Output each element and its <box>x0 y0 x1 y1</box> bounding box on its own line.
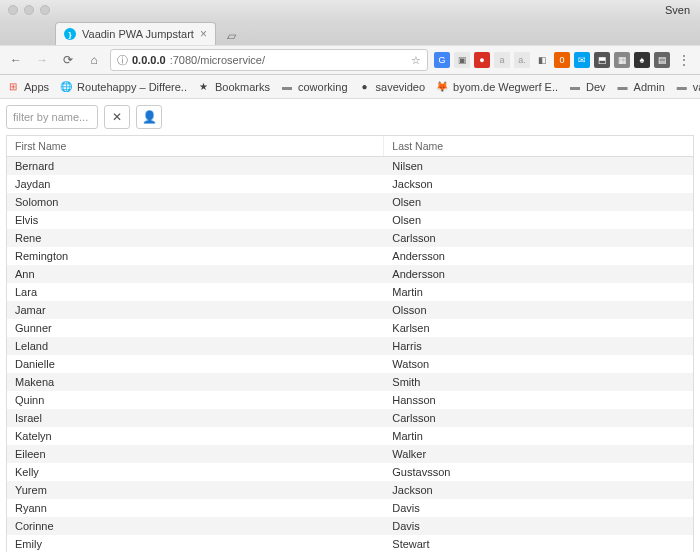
extension-icon[interactable]: G <box>434 52 450 68</box>
close-icon[interactable]: × <box>200 27 207 41</box>
cell-lastname: Stewart <box>384 535 693 552</box>
grid-body: BernardNilsenJaydanJacksonSolomonOlsenEl… <box>7 157 693 552</box>
table-row[interactable]: KatelynMartin <box>7 427 693 445</box>
bookmark-folder[interactable]: ▬vaadin <box>675 80 700 94</box>
filter-input[interactable] <box>6 105 98 129</box>
clear-filter-button[interactable]: ✕ <box>104 105 130 129</box>
extension-icon[interactable]: 0 <box>554 52 570 68</box>
table-row[interactable]: AnnAndersson <box>7 265 693 283</box>
table-row[interactable]: IsraelCarlsson <box>7 409 693 427</box>
cell-firstname: Rene <box>7 229 384 247</box>
cell-firstname: Yurem <box>7 481 384 499</box>
site-icon: ● <box>358 80 372 94</box>
table-row[interactable]: LelandHarris <box>7 337 693 355</box>
cell-lastname: Jackson <box>384 175 693 193</box>
browser-tab[interactable]: } Vaadin PWA Jumpstart × <box>55 22 216 45</box>
table-row[interactable]: YuremJackson <box>7 481 693 499</box>
bookmark-folder[interactable]: ▬coworking <box>280 80 348 94</box>
cell-lastname: Carlsson <box>384 409 693 427</box>
extension-icon[interactable]: ▣ <box>454 52 470 68</box>
folder-icon: ▬ <box>568 80 582 94</box>
table-row[interactable]: LaraMartin <box>7 283 693 301</box>
extension-icon[interactable]: ◧ <box>534 52 550 68</box>
bookmark-item[interactable]: 🦊byom.de Wegwerf E.. <box>435 80 558 94</box>
apps-label: Apps <box>24 81 49 93</box>
extension-icon[interactable]: ▦ <box>614 52 630 68</box>
profile-user-label[interactable]: Sven <box>665 4 690 16</box>
window-zoom-icon[interactable] <box>40 5 50 15</box>
titlebar: Sven <box>0 0 700 20</box>
table-row[interactable]: EileenWalker <box>7 445 693 463</box>
home-button[interactable]: ⌂ <box>84 50 104 70</box>
cell-firstname: Makena <box>7 373 384 391</box>
add-user-button[interactable]: 👤 <box>136 105 162 129</box>
extension-icon[interactable]: ✉ <box>574 52 590 68</box>
cell-lastname: Hansson <box>384 391 693 409</box>
table-row[interactable]: QuinnHansson <box>7 391 693 409</box>
bookmark-star-icon[interactable]: ☆ <box>411 54 421 67</box>
extension-icon[interactable]: ⬒ <box>594 52 610 68</box>
table-row[interactable]: RemingtonAndersson <box>7 247 693 265</box>
cell-firstname: Remington <box>7 247 384 265</box>
star-icon: ★ <box>197 80 211 94</box>
url-bar[interactable]: ⓘ 0.0.0.0:7080/microservice/ ☆ <box>110 49 428 71</box>
cell-lastname: Jackson <box>384 481 693 499</box>
cell-lastname: Olsen <box>384 211 693 229</box>
table-row[interactable]: EmilyStewart <box>7 535 693 552</box>
table-row[interactable]: CorinneDavis <box>7 517 693 535</box>
folder-icon: ▬ <box>675 80 689 94</box>
cell-lastname: Carlsson <box>384 229 693 247</box>
table-row[interactable]: RyannDavis <box>7 499 693 517</box>
apps-button[interactable]: ⊞Apps <box>6 80 49 94</box>
bookmark-folder[interactable]: ▬Dev <box>568 80 606 94</box>
window-close-icon[interactable] <box>8 5 18 15</box>
bookmark-label: Admin <box>634 81 665 93</box>
folder-icon: ▬ <box>280 80 294 94</box>
table-row[interactable]: JaydanJackson <box>7 175 693 193</box>
browser-chrome: Sven } Vaadin PWA Jumpstart × ▱ ← → ⟳ ⌂ … <box>0 0 700 99</box>
cell-firstname: Corinne <box>7 517 384 535</box>
extension-icon[interactable]: a. <box>514 52 530 68</box>
extension-icon[interactable]: ● <box>474 52 490 68</box>
site-info-icon[interactable]: ⓘ <box>117 53 128 68</box>
table-row[interactable]: ReneCarlsson <box>7 229 693 247</box>
cell-lastname: Andersson <box>384 247 693 265</box>
menu-icon[interactable]: ⋮ <box>674 50 694 70</box>
cell-lastname: Martin <box>384 283 693 301</box>
new-tab-button[interactable]: ▱ <box>222 29 242 45</box>
cell-firstname: Kelly <box>7 463 384 481</box>
cell-firstname: Israel <box>7 409 384 427</box>
cell-lastname: Gustavsson <box>384 463 693 481</box>
cell-lastname: Martin <box>384 427 693 445</box>
table-row[interactable]: GunnerKarlsen <box>7 319 693 337</box>
extension-icon[interactable]: ♠ <box>634 52 650 68</box>
browser-toolbar: ← → ⟳ ⌂ ⓘ 0.0.0.0:7080/microservice/ ☆ G… <box>0 45 700 75</box>
bookmark-label: savevideo <box>376 81 426 93</box>
back-button[interactable]: ← <box>6 50 26 70</box>
cell-firstname: Bernard <box>7 157 384 175</box>
table-row[interactable]: SolomonOlsen <box>7 193 693 211</box>
table-row[interactable]: BernardNilsen <box>7 157 693 175</box>
cell-firstname: Elvis <box>7 211 384 229</box>
cell-firstname: Danielle <box>7 355 384 373</box>
table-row[interactable]: DanielleWatson <box>7 355 693 373</box>
extension-icon[interactable]: a <box>494 52 510 68</box>
cell-lastname: Harris <box>384 337 693 355</box>
column-header-lastname[interactable]: Last Name <box>384 136 693 156</box>
url-path: :7080/microservice/ <box>170 54 265 66</box>
extension-icon[interactable]: ▤ <box>654 52 670 68</box>
table-row[interactable]: KellyGustavsson <box>7 463 693 481</box>
forward-button[interactable]: → <box>32 50 52 70</box>
bookmark-folder[interactable]: ▬Admin <box>616 80 665 94</box>
table-row[interactable]: JamarOlsson <box>7 301 693 319</box>
close-icon: ✕ <box>112 110 122 124</box>
table-row[interactable]: ElvisOlsen <box>7 211 693 229</box>
bookmark-item[interactable]: ★Bookmarks <box>197 80 270 94</box>
page-content: ✕ 👤 First Name Last Name BernardNilsenJa… <box>0 99 700 552</box>
reload-button[interactable]: ⟳ <box>58 50 78 70</box>
window-minimize-icon[interactable] <box>24 5 34 15</box>
table-row[interactable]: MakenaSmith <box>7 373 693 391</box>
bookmark-item[interactable]: ●savevideo <box>358 80 426 94</box>
column-header-firstname[interactable]: First Name <box>7 136 384 156</box>
bookmark-item[interactable]: 🌐Routehappy – Differe.. <box>59 80 187 94</box>
